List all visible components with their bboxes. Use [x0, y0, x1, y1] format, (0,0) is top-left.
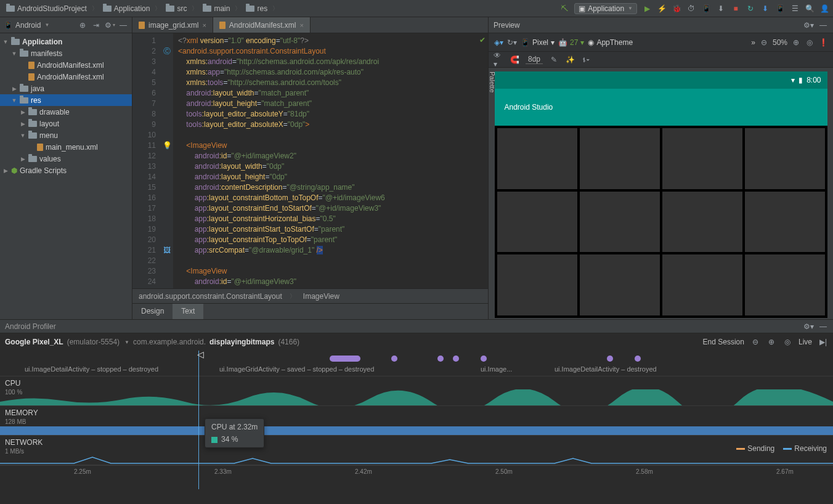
eye-icon[interactable]: 👁▾: [494, 55, 503, 65]
tree-item[interactable]: main_menu.xml: [0, 141, 132, 153]
live-button[interactable]: Live: [798, 338, 812, 346]
project-view-selector[interactable]: 📱 Android ▼: [4, 21, 49, 30]
profiler-tooltip: CPU at 2.32m 34 %: [205, 418, 264, 448]
attach-debugger-icon[interactable]: ⬇: [716, 4, 726, 14]
profiler-title: Android Profiler: [5, 322, 56, 331]
tree-item[interactable]: manifests: [0, 47, 132, 59]
orientation-icon[interactable]: ↻▾: [507, 38, 517, 47]
close-icon[interactable]: ×: [202, 22, 206, 29]
tree-root[interactable]: Application: [0, 36, 132, 47]
code-editor[interactable]: ✔ 12345678910111213141516171819202122232…: [132, 33, 488, 319]
wand-icon[interactable]: ✎: [549, 55, 559, 65]
zoom-value: 50%: [773, 38, 787, 47]
crumb[interactable]: src: [163, 3, 189, 14]
gutter-icons: Ⓒ💡🖼: [161, 33, 173, 288]
profiler-network-track[interactable]: NETWORK1 MB/s: [0, 436, 833, 465]
tab-manifest[interactable]: AndroidManifest.xml×: [213, 17, 311, 33]
end-session-button[interactable]: End Session: [703, 338, 744, 346]
phone-appbar: Android Studio: [495, 89, 827, 126]
align-icon[interactable]: ⫮▾: [581, 55, 591, 65]
avd-icon[interactable]: 📱: [701, 4, 711, 14]
project-tree[interactable]: Application manifestsAndroidManifest.xml…: [0, 33, 132, 319]
profile-icon[interactable]: ⏱: [686, 4, 696, 14]
sdk-manager-icon[interactable]: ⬇: [760, 4, 770, 14]
more-icon[interactable]: »: [751, 38, 755, 47]
scroll-from-source-icon[interactable]: ⊕: [78, 20, 87, 30]
zoom-in-icon[interactable]: ⊕: [791, 38, 801, 47]
sync-icon[interactable]: ↻: [746, 4, 755, 14]
api-selector[interactable]: 🤖 27 ▾: [558, 38, 584, 47]
profiler-cpu-track[interactable]: CPU100 %: [0, 376, 833, 406]
profiler-header: Android Profiler ⚙▾—: [0, 320, 833, 333]
close-icon[interactable]: ×: [300, 22, 304, 29]
avd-manager-icon[interactable]: 📱: [775, 4, 785, 14]
tab-image-grid[interactable]: image_grid.xml×: [132, 17, 213, 33]
preview-design-toolbar: 👁▾ 🧲 8dp ✎ ✨ ⫮▾: [489, 52, 833, 68]
project-view-tools: 📱 Android ▼ ⊕ ⇥ ⚙▾ —: [0, 17, 132, 33]
zoom-out-icon[interactable]: ⊖: [750, 337, 760, 347]
profiler-playhead[interactable]: [198, 351, 199, 489]
dp-value[interactable]: 8dp: [526, 55, 543, 64]
gutter: 123456789101112131415161718192021222324: [132, 33, 161, 288]
battery-icon: ▮: [798, 76, 803, 84]
go-live-icon[interactable]: ▶|: [818, 337, 828, 347]
device-selector[interactable]: 📱 Pixel ▾: [521, 38, 555, 47]
zoom-out-icon[interactable]: ⊖: [759, 38, 769, 47]
search-icon[interactable]: 🔍: [805, 4, 815, 14]
profiler-memory-track[interactable]: MEMORY128 MB: [0, 406, 833, 436]
debug-icon[interactable]: 🐞: [672, 4, 681, 14]
editor-tabs: image_grid.xml× AndroidManifest.xml×: [132, 17, 488, 33]
profiler-panel: Android Profiler ⚙▾— Google Pixel_XL (em…: [0, 319, 833, 504]
structure-icon[interactable]: ☰: [790, 4, 800, 14]
device-canvas[interactable]: Palette ▾ ▮ 8:00 Android Studio: [489, 68, 833, 319]
collapse-icon[interactable]: ⇥: [91, 20, 101, 30]
preview-device-toolbar: ◈▾ ↻▾ 📱 Pixel ▾ 🤖 27 ▾ ◉ AppTheme » ⊖ 50…: [489, 33, 833, 52]
crumb[interactable]: Application: [100, 3, 153, 14]
apply-changes-icon[interactable]: ⚡: [657, 4, 667, 14]
main-area: Application manifestsAndroidManifest.xml…: [0, 33, 833, 319]
tree-item[interactable]: res: [0, 94, 132, 106]
crumb[interactable]: main: [200, 3, 232, 14]
zoom-in-icon[interactable]: ⊕: [766, 337, 776, 347]
svg-rect-0: [0, 426, 833, 435]
tree-item[interactable]: AndroidManifest.xml: [0, 59, 132, 71]
star-wand-icon[interactable]: ✨: [565, 55, 575, 65]
magnet-icon[interactable]: 🧲: [510, 55, 519, 65]
zoom-reset-icon[interactable]: ◎: [782, 337, 792, 347]
tree-item[interactable]: layout: [0, 118, 132, 129]
gear-icon[interactable]: ⚙▾: [803, 322, 813, 331]
profiler-body[interactable]: ui.ImageDetailActivity – stopped – destr…: [0, 351, 833, 504]
zoom-fit-icon[interactable]: ◎: [805, 38, 815, 47]
run-icon[interactable]: ▶: [642, 4, 652, 14]
gear-icon[interactable]: ⚙▾: [105, 20, 115, 30]
hide-icon[interactable]: —: [818, 20, 828, 30]
tree-item[interactable]: AndroidManifest.xml: [0, 71, 132, 83]
tab-design[interactable]: Design: [132, 304, 173, 319]
tree-item[interactable]: menu: [0, 129, 132, 141]
crumb-root[interactable]: AndroidStudioProject: [4, 3, 89, 14]
theme-selector[interactable]: ◉ AppTheme: [588, 38, 633, 47]
avatar-icon[interactable]: 👤: [819, 4, 829, 14]
stop-icon[interactable]: ■: [731, 4, 741, 14]
hide-icon[interactable]: —: [818, 322, 828, 331]
tree-gradle[interactable]: ⬢Gradle Scripts: [0, 165, 132, 176]
code[interactable]: <?xml version="1.0" encoding="utf-8"?><a…: [173, 33, 488, 288]
tree-item[interactable]: drawable: [0, 106, 132, 118]
phone-frame: ▾ ▮ 8:00 Android Studio: [495, 71, 827, 318]
tree-item[interactable]: values: [0, 153, 132, 165]
profiler-legend: Sending Receiving: [736, 444, 827, 453]
layers-icon[interactable]: ◈▾: [494, 38, 503, 47]
make-project-icon[interactable]: ⛏: [559, 4, 569, 14]
wifi-icon: ▾: [791, 76, 795, 84]
second-toolbar: 📱 Android ▼ ⊕ ⇥ ⚙▾ — image_grid.xml× And…: [0, 17, 833, 33]
profiler-device[interactable]: Google Pixel_XL: [5, 338, 63, 346]
editor-view-tabs: Design Text: [132, 303, 488, 319]
hide-icon[interactable]: —: [118, 20, 128, 30]
warnings-icon[interactable]: ❗: [818, 38, 828, 47]
gear-icon[interactable]: ⚙▾: [803, 20, 813, 30]
run-config-selector[interactable]: ▣ Application ▼: [574, 3, 637, 14]
editor-breadcrumb[interactable]: android.support.constraint.ConstraintLay…: [132, 288, 488, 303]
tab-text[interactable]: Text: [173, 304, 203, 319]
crumb[interactable]: res: [243, 3, 270, 14]
tree-item[interactable]: java: [0, 83, 132, 94]
